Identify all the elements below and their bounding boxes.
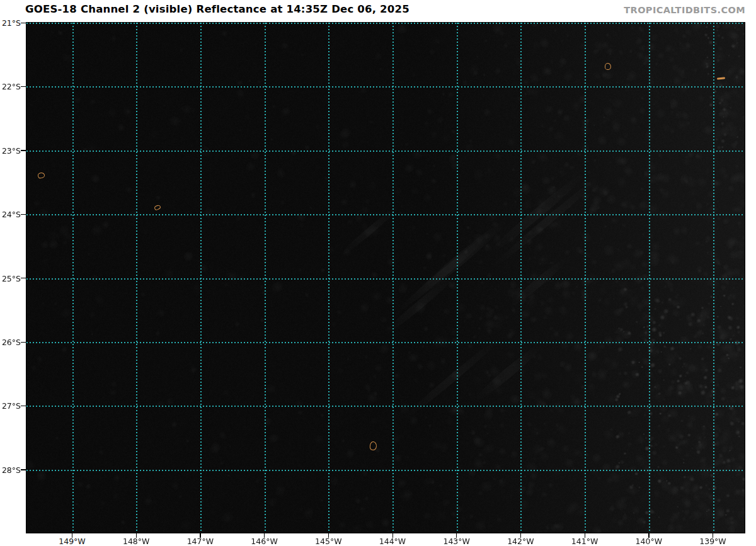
latitude-tick-label: 25°S — [0, 273, 21, 283]
island-coastline — [154, 204, 161, 211]
longitude-tick-label: 147°W — [172, 537, 229, 546]
image-title: GOES-18 Channel 2 (visible) Reflectance … — [25, 3, 410, 15]
latitude-tick-mark — [21, 214, 26, 215]
latitude-tick-label: 24°S — [0, 210, 21, 219]
latitude-tick-label: 22°S — [0, 82, 21, 91]
longitude-tick-mark — [72, 533, 72, 538]
longitude-tick-mark — [392, 533, 393, 538]
satellite-image-page: GOES-18 Channel 2 (visible) Reflectance … — [0, 0, 756, 546]
island-coastline — [716, 77, 724, 79]
longitude-tick-mark — [328, 533, 329, 538]
latitude-tick-mark — [21, 406, 26, 406]
latitude-tick-label: 27°S — [0, 401, 21, 411]
latitude-tick-label: 23°S — [0, 145, 21, 155]
longitude-tick-label: 144°W — [364, 537, 421, 546]
island-coastline — [605, 62, 612, 70]
latitude-tick-label: 21°S — [0, 18, 21, 28]
longitude-tick-mark — [456, 533, 457, 538]
latitude-tick-label: 28°S — [0, 465, 21, 474]
latitude-tick-label: 26°S — [0, 338, 21, 347]
longitude-tick-mark — [264, 533, 265, 538]
longitude-tick-mark — [585, 533, 585, 538]
longitude-tick-label: 143°W — [428, 537, 485, 546]
island-coastline — [37, 171, 45, 179]
longitude-tick-label: 139°W — [685, 537, 742, 546]
longitude-tick-label: 149°W — [44, 537, 101, 546]
latitude-tick-mark — [21, 23, 26, 23]
longitude-tick-label: 142°W — [492, 537, 549, 546]
latitude-tick-mark — [21, 150, 26, 151]
longitude-tick-label: 140°W — [621, 537, 677, 546]
latitude-tick-mark — [21, 86, 26, 87]
island-coastline — [369, 441, 377, 450]
longitude-tick-mark — [713, 533, 713, 538]
longitude-tick-mark — [520, 533, 521, 538]
longitude-tick-mark — [200, 533, 200, 538]
latitude-tick-mark — [21, 278, 26, 278]
longitude-tick-label: 145°W — [300, 537, 357, 546]
latitude-tick-mark — [21, 342, 26, 343]
longitude-tick-label: 141°W — [556, 537, 613, 546]
longitude-tick-label: 146°W — [236, 537, 293, 546]
satellite-map — [26, 22, 745, 533]
longitude-tick-mark — [136, 533, 137, 538]
longitude-tick-label: 148°W — [108, 537, 164, 546]
coastline-layer — [26, 23, 745, 533]
tropicaltidbits-watermark: TROPICALTIDBITS.COM — [624, 5, 745, 15]
longitude-tick-mark — [648, 533, 649, 538]
latitude-tick-mark — [21, 469, 26, 470]
